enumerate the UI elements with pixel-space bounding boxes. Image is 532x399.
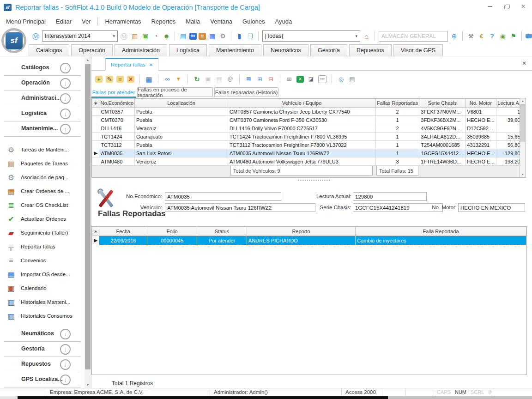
chevron-down-icon[interactable]: ↓: [60, 63, 71, 73]
subtab-fallas-por-atender[interactable]: Fallas por atender: [91, 87, 136, 97]
flag-icon[interactable]: ⚑: [509, 32, 518, 41]
sidebar-item-crear-ordenes-de[interactable]: ▤Crear Ordenes de ...: [0, 184, 85, 198]
company-combobox[interactable]: Interasystem 2014▾: [42, 30, 118, 42]
settings-gear-icon[interactable]: ⚙: [218, 32, 227, 41]
lectura-actual-field[interactable]: 129800: [353, 192, 427, 201]
vehicle-row[interactable]: TCT1424GuanajuatoTCT1424 Tractocamion Fr…: [92, 133, 525, 141]
sidebar-item-actualizar-ordenes[interactable]: ✔Actualizar Ordenes: [0, 212, 85, 226]
module-tab-operaci-n[interactable]: Operación: [71, 44, 113, 56]
clipboard-icon[interactable]: ≣: [199, 33, 206, 40]
module-tab-mantenimiento[interactable]: Mantenimiento: [209, 44, 261, 56]
column-header-fallas-reportadas[interactable]: Fallas Reportadas: [376, 99, 419, 108]
gauge-icon[interactable]: ◔: [151, 32, 160, 41]
sidebar-item-seguimiento-taller[interactable]: ▰Seguimiento (Taller): [0, 226, 85, 240]
chevron-down-icon[interactable]: ↓: [60, 375, 71, 385]
subtab-fallas-reparadas[interactable]: Fallas reparadas (Historia): [214, 87, 278, 97]
sidebar-group-repuestos[interactable]: Repuestos↓: [0, 359, 85, 371]
column-header-reporto[interactable]: Reporto: [247, 227, 355, 236]
add-record-icon[interactable]: +: [95, 76, 103, 83]
chevron-down-icon[interactable]: ↓: [60, 78, 71, 89]
chat-icon[interactable]: [526, 34, 532, 38]
records-icon[interactable]: ≡: [116, 76, 124, 83]
report-export-icon[interactable]: ◪: [307, 75, 315, 84]
module-tab-visor-de-gps[interactable]: Visor de GPS: [393, 44, 443, 56]
help-icon[interactable]: ?: [488, 32, 496, 41]
txt-export-icon[interactable]: TXT: [318, 75, 326, 83]
excel-export-icon[interactable]: X: [296, 76, 304, 83]
menu-item-editar[interactable]: Editar: [51, 16, 77, 27]
chevron-down-icon[interactable]: ↓: [60, 93, 71, 104]
sidebar-item-calendario[interactable]: ▣Calendario: [0, 281, 85, 295]
vehicle-row[interactable]: CMT0370PueblaCMT0370 Camioneta Ford F-35…: [92, 116, 525, 124]
column-header-fecha[interactable]: Fecha: [99, 227, 147, 236]
menu-item-herramientas[interactable]: Herramientas: [100, 16, 146, 27]
chevron-down-icon[interactable]: ↓: [60, 359, 71, 370]
sidebar-item-convenios[interactable]: ≡Convenios: [0, 254, 85, 267]
module-tab-gestor-a[interactable]: Gestoría: [310, 44, 347, 56]
column-header-localizaci-n[interactable]: Localización: [135, 99, 228, 108]
sidebar-group-logistica[interactable]: Logistica↓: [0, 108, 85, 120]
new-document-icon[interactable]: ▤: [179, 32, 187, 41]
tree-expand-icon[interactable]: ⊞: [256, 75, 264, 84]
find-binoculars-icon[interactable]: ∞: [163, 75, 171, 84]
column-header-folio[interactable]: Folio: [147, 227, 197, 236]
module-tab-cat-logos[interactable]: Catálogos: [29, 44, 69, 56]
column-header-status[interactable]: Status: [197, 227, 247, 236]
scroll-up-icon[interactable]: ▲: [520, 98, 526, 104]
falla-row[interactable]: ▶22/09/201600000045Por atenderANDRES PIC…: [92, 236, 526, 245]
vehiculo-field[interactable]: ATM0035 Automovil Nissan Tsuru 126RWZ2: [165, 203, 315, 212]
column-header-serie-chasis[interactable]: Serie Chasis: [419, 99, 466, 108]
delete-record-icon[interactable]: ✕: [127, 76, 134, 83]
sidebar-group-gestor-a[interactable]: Gestoría↓: [0, 344, 85, 356]
restore-button[interactable]: [502, 2, 512, 11]
filter-funnel-icon[interactable]: ▼: [175, 75, 182, 84]
edit-record-icon[interactable]: ✎: [106, 76, 113, 83]
menu-item-men-principal[interactable]: Menú Principal: [1, 16, 51, 27]
chevron-down-icon[interactable]: ↓: [60, 344, 71, 355]
subtab-fallas-en-proceso[interactable]: Fallas en proceso de reparación: [137, 87, 213, 97]
m-disabled-icon[interactable]: Ⓜ: [120, 32, 128, 41]
filter-combobox[interactable]: [Todas]▾: [262, 30, 360, 42]
chevron-down-icon[interactable]: ↓: [60, 109, 71, 119]
book-icon[interactable]: ▮: [235, 32, 244, 41]
vehicle-row[interactable]: ATM0480VeracruzATM0480 Automovil Volkswa…: [92, 157, 525, 166]
column-header-no-econ-mico[interactable]: No.Económico: [99, 99, 135, 108]
sidebar-group-gps-localiza-[interactable]: GPS Localiza...↓: [0, 374, 85, 386]
print-icon[interactable]: ▤: [348, 75, 356, 84]
table-icon[interactable]: ▦: [208, 32, 217, 41]
scrollbar-thumb[interactable]: [520, 104, 525, 142]
scrollbar-thumb[interactable]: [85, 64, 91, 369]
audit-tools-icon[interactable]: ⚒: [466, 32, 475, 41]
email-icon[interactable]: ✉: [285, 75, 293, 84]
cascade-windows-icon[interactable]: ❐: [246, 32, 254, 41]
scroll-down-icon[interactable]: ▼: [520, 172, 526, 177]
module-tab-repuestos[interactable]: Repuestos: [349, 44, 392, 56]
sidebar-item-historiales-manteni[interactable]: ▥Historiales Manteni...: [0, 295, 85, 309]
sidebar-item-importar-os-desde[interactable]: ▦Importar OS desde...: [0, 267, 85, 281]
tab-reportar-fallas[interactable]: Reportar fallas ✕: [105, 58, 158, 71]
grid-scrollbar[interactable]: ▲ ▼: [520, 98, 526, 177]
menu-item-malla[interactable]: Malla: [181, 16, 205, 27]
sidebar-item-paquetes-de-tareas[interactable]: ▥Paquetes de Tareas: [0, 157, 85, 170]
module-tab-administraci-n[interactable]: Administración: [115, 44, 167, 56]
sidebar-item-reportar-fallas[interactable]: ╦Reportar fallas: [0, 240, 85, 254]
vehicle-row[interactable]: TCT3112PueblaTCT3112 Tractocamion Freigh…: [92, 141, 525, 149]
m-menu-icon[interactable]: Ⓜ: [31, 32, 40, 41]
sidebar-group-neum-ticos[interactable]: Neumáticos↓: [0, 328, 85, 340]
menu-item-ver[interactable]: Ver: [77, 16, 96, 27]
scroll-down-icon[interactable]: ▼: [85, 382, 91, 388]
sidebar-group-mantenimie-[interactable]: Mantenimie...↑: [0, 123, 85, 135]
globe-icon[interactable]: ⊕: [450, 32, 459, 41]
vehicle-row[interactable]: ▶ATM0035San Luis PotosiATM0035 Automovil…: [92, 149, 525, 157]
archive-box-icon[interactable]: ▥: [130, 32, 139, 41]
sidebar-item-asociaci-n-de-paq[interactable]: ⚙Asociación de paq...: [0, 170, 85, 184]
tree-collapse-icon[interactable]: ⊟: [267, 75, 275, 84]
vehicle-row[interactable]: DLL1416VeracruzDLL1416 Dolly Volvo F7000…: [92, 124, 525, 133]
close-button[interactable]: ✕: [518, 2, 528, 11]
home-icon[interactable]: ⌂: [362, 32, 371, 41]
sidebar-group-operaci-n[interactable]: Operación↓: [0, 78, 85, 90]
bug-icon[interactable]: ◉: [498, 32, 507, 41]
tab-close-icon[interactable]: ✕: [149, 62, 153, 67]
warehouse-input[interactable]: ALMACÉN GENERAL: [379, 31, 448, 42]
tree-list-icon[interactable]: ≣: [245, 75, 253, 84]
